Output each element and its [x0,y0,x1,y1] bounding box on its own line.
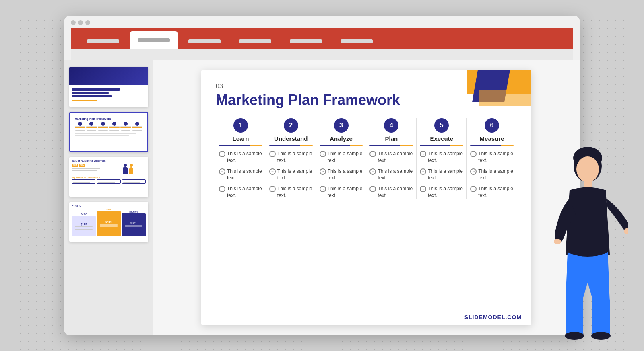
arrow-icon: → [269,186,276,192]
framework-col-4: 4Plan→This is a sample text.→This is a s… [366,118,417,199]
svg-rect-6 [566,299,583,335]
nav-tab-5[interactable] [282,34,330,49]
svg-rect-3 [584,180,592,187]
slide-thumbnail-4[interactable]: Pricing BASIC $123 PRO [69,202,148,242]
col-number-5: 5 [434,118,449,133]
list-item: →This is a sample text. [219,185,262,199]
arrow-icon: → [219,186,225,192]
list-item: →This is a sample text. [269,185,313,199]
item-text: This is a sample text. [277,150,313,164]
col-divider-3 [320,145,363,146]
item-text: This is a sample text. [227,150,262,164]
nav-tab-6[interactable] [332,34,381,49]
col-divider-6 [470,145,514,146]
list-item: →This is a sample text. [219,150,262,164]
item-text: This is a sample text. [378,168,413,182]
col-label-4: Plan [385,135,398,142]
nav-tab-3[interactable] [180,34,229,49]
item-text: This is a sample text. [478,185,514,199]
arrow-icon: → [269,168,276,175]
framework-col-3: 3Analyze→This is a sample text.→This is … [316,118,367,199]
col-divider-5 [420,145,463,146]
item-text: This is a sample text. [227,168,262,182]
list-item: →This is a sample text. [420,168,463,182]
browser-dot-1 [71,20,76,25]
list-item: →This is a sample text. [420,185,463,199]
arrow-icon: → [219,151,225,157]
corner-decoration [459,70,531,118]
item-text: This is a sample text. [428,150,463,164]
item-text: This is a sample text. [378,150,413,164]
list-item: →This is a sample text. [369,185,413,199]
item-text: This is a sample text. [328,168,363,182]
slide-thumbnail-2[interactable]: Marketing Plan Framework [69,112,148,152]
arrow-icon: → [470,151,477,157]
item-text: This is a sample text. [428,185,463,199]
subtitle-bar [71,49,573,60]
thumb4-title: Pricing [72,204,146,207]
arrow-icon: → [369,151,376,157]
browser-window: Marketing Plan Framework [64,16,580,335]
item-text: This is a sample text. [277,185,313,199]
col-divider-1 [219,145,262,146]
col-number-6: 6 [485,118,499,133]
col-header-6: 6Measure [470,118,514,142]
col-items-3: →This is a sample text.→This is a sample… [320,150,363,199]
slide-thumbnail-1[interactable] [69,67,148,107]
arrow-icon: → [320,186,326,192]
nav-tab-4[interactable] [231,34,279,49]
list-item: →This is a sample text. [320,150,363,164]
nav-tab-1[interactable] [79,34,127,49]
item-text: This is a sample text. [328,185,363,199]
browser-dots [71,20,573,25]
price-pro: $456 [105,220,112,223]
list-item: →This is a sample text. [320,185,363,199]
arrow-icon: → [470,168,477,175]
col-header-1: 1Learn [219,118,262,142]
arrow-icon: → [320,168,326,175]
browser-dot-3 [85,20,90,25]
list-item: →This is a sample text. [420,150,463,164]
col-label-3: Analyze [330,135,353,142]
svg-point-5 [554,239,561,244]
nav-tab-2-active[interactable] [130,31,178,49]
col-divider-2 [269,145,313,146]
col-number-2: 2 [284,118,298,133]
thumb2-title: Marketing Plan Framework [75,117,142,120]
col-items-6: →This is a sample text.→This is a sample… [470,150,514,199]
item-text: This is a sample text. [428,168,463,182]
list-item: →This is a sample text. [320,168,363,182]
col-header-3: 3Analyze [320,118,363,142]
browser-chrome [64,16,580,60]
arrow-icon: → [219,168,225,175]
thumb3-title: Target Audience Analysis [72,159,146,162]
col-number-3: 3 [334,118,349,133]
col-number-4: 4 [384,118,398,133]
list-item: →This is a sample text. [219,168,262,182]
col-items-5: →This is a sample text.→This is a sample… [420,150,463,199]
item-text: This is a sample text. [378,185,413,199]
list-item: →This is a sample text. [470,185,514,199]
svg-point-8 [565,332,584,340]
list-item: →This is a sample text. [369,150,413,164]
svg-point-9 [591,332,611,340]
item-text: This is a sample text. [478,150,514,164]
col-items-1: →This is a sample text.→This is a sample… [219,150,262,199]
framework-columns: 1Learn→This is a sample text.→This is a … [216,118,517,199]
browser-dot-2 [78,20,83,25]
main-content: Marketing Plan Framework [64,60,580,335]
sidebar: Marketing Plan Framework [64,60,153,335]
col-number-1: 1 [233,118,248,133]
arrow-icon: → [470,186,477,192]
arrow-icon: → [420,168,426,175]
item-text: This is a sample text. [478,168,514,182]
slide-thumbnail-3[interactable]: Target Audience Analysis SEM SEM [69,157,148,197]
item-text: This is a sample text. [277,168,313,182]
framework-col-5: 5Execute→This is a sample text.→This is … [417,118,467,199]
item-text: This is a sample text. [227,185,262,199]
col-items-2: →This is a sample text.→This is a sample… [269,150,313,199]
arrow-icon: → [320,151,326,157]
arrow-icon: → [420,151,426,157]
framework-col-6: 6Measure→This is a sample text.→This is … [467,118,517,199]
price-basic: $123 [80,223,87,226]
